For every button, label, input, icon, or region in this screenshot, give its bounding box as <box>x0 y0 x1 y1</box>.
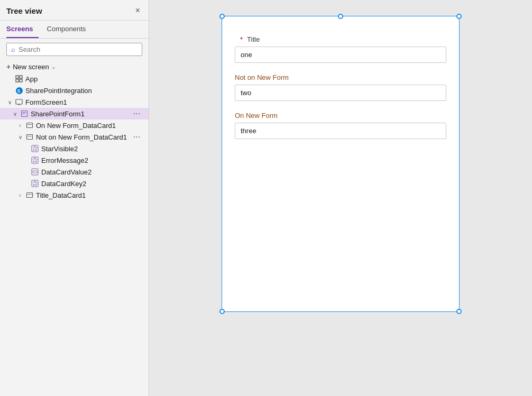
tree-item-datacardvalue2[interactable]: DataCardValue2 <box>0 166 149 178</box>
sidebar: Tree view × Screens Components ⌕ + New s… <box>0 0 149 396</box>
new-screen-button[interactable]: + New screen ⌄ <box>0 60 149 73</box>
tab-screens[interactable]: Screens <box>6 21 39 38</box>
title-label-text: Title <box>247 35 260 43</box>
title-datacard1-expand-icon: › <box>17 192 23 198</box>
sharepointform1-label: SharePointForm1 <box>31 110 129 118</box>
form-field-title: * Title <box>235 29 446 63</box>
svg-rect-0 <box>16 76 19 78</box>
plus-icon: + <box>6 62 11 71</box>
form-field-not-on-new-form: Not on New Form <box>235 73 446 101</box>
title-datacard1-label: Title_DataCard1 <box>36 191 142 199</box>
not-on-new-form-field-label: Not on New Form <box>235 73 446 81</box>
sharepoint-icon: S <box>15 86 23 95</box>
sidebar-header: Tree view × <box>0 0 149 21</box>
on-new-form-datacard1-label: On New Form_DataCard1 <box>36 122 142 130</box>
datacardvalue2-icon <box>31 168 39 176</box>
handle-top-left[interactable] <box>219 14 225 19</box>
tree-item-errormessage2[interactable]: ErrorMessage2 <box>0 154 149 166</box>
on-new-form-expand-icon: › <box>17 123 23 128</box>
chevron-down-icon: ⌄ <box>51 64 56 70</box>
tree-item-formscreen1[interactable]: ∨ FormScreen1 <box>0 96 149 108</box>
sharepoint-integration-label: SharePointIntegration <box>25 87 142 95</box>
tab-components[interactable]: Components <box>47 21 91 38</box>
not-on-new-form-datacard1-label: Not on New Form_DataCard1 <box>36 133 129 141</box>
card-icon-3 <box>25 191 34 199</box>
datacardkey2-icon <box>31 179 39 188</box>
tree-item-title-datacard1[interactable]: › Title_DataCard1 <box>0 189 149 201</box>
card-icon-2 <box>25 133 34 141</box>
handle-top-center[interactable] <box>338 14 343 19</box>
form-icon <box>20 109 29 118</box>
on-new-form-input[interactable] <box>235 123 446 139</box>
title-input[interactable] <box>235 47 446 63</box>
tree-item-starvisible2[interactable]: StarVisible2 <box>0 143 149 154</box>
svg-rect-13 <box>27 135 33 140</box>
svg-rect-2 <box>16 79 19 82</box>
screen-icon <box>15 98 23 106</box>
formscreen1-label: FormScreen1 <box>25 98 142 106</box>
handle-bottom-right[interactable] <box>456 309 462 314</box>
starvisible2-icon <box>31 144 39 153</box>
starvisible2-label: StarVisible2 <box>41 145 142 153</box>
tree-item-datacardkey2[interactable]: DataCardKey2 <box>0 178 149 189</box>
datacardkey2-label: DataCardKey2 <box>41 180 142 188</box>
search-icon: ⌕ <box>11 45 15 53</box>
search-input[interactable] <box>19 45 137 53</box>
search-box-wrapper: ⌕ <box>0 39 149 60</box>
on-new-form-field-label: On New Form <box>235 112 446 119</box>
errormessage2-icon <box>31 156 39 164</box>
formscreen1-expand-icon: ∨ <box>6 99 13 105</box>
not-on-new-form-input[interactable] <box>235 85 446 101</box>
errormessage2-label: ErrorMessage2 <box>41 156 142 164</box>
handle-bottom-left[interactable] <box>219 309 225 314</box>
form-field-on-new-form: On New Form <box>235 112 446 139</box>
search-box: ⌕ <box>6 43 142 56</box>
not-on-new-form-expand-icon: ∨ <box>17 134 23 140</box>
app-label: App <box>25 75 142 83</box>
svg-rect-18 <box>33 171 37 173</box>
form-inner: * Title Not on New Form On New Form <box>222 16 459 162</box>
tree-content: App S SharePointIntegration ∨ FormScreen… <box>0 73 149 396</box>
sidebar-tabs: Screens Components <box>0 21 149 39</box>
svg-rect-11 <box>27 123 33 128</box>
app-icon <box>15 75 23 83</box>
new-screen-label: New screen <box>13 63 49 71</box>
required-star: * <box>240 35 243 43</box>
datacardvalue2-label: DataCardValue2 <box>41 168 142 176</box>
tree-item-on-new-form-datacard1[interactable]: › On New Form_DataCard1 <box>0 119 149 131</box>
title-field-label: * Title <box>240 35 446 43</box>
sidebar-title: Tree view <box>6 6 42 15</box>
close-button[interactable]: × <box>133 5 142 16</box>
form-container[interactable]: * Title Not on New Form On New Form <box>222 16 460 312</box>
svg-rect-6 <box>16 99 22 104</box>
not-on-new-form-more-button[interactable]: ··· <box>131 133 142 141</box>
main-canvas: * Title Not on New Form On New Form <box>149 0 532 396</box>
card-icon-1 <box>25 121 34 130</box>
svg-rect-1 <box>20 76 22 78</box>
sharepointform1-expand-icon: ∨ <box>12 111 18 117</box>
svg-rect-20 <box>27 193 33 198</box>
tree-item-sharepoint-integration[interactable]: S SharePointIntegration <box>0 85 149 96</box>
svg-text:S: S <box>17 88 20 94</box>
handle-top-right[interactable] <box>456 14 462 19</box>
sharepointform1-more-button[interactable]: ··· <box>131 109 142 118</box>
tree-item-app[interactable]: App <box>0 73 149 85</box>
tree-item-not-on-new-form-datacard1[interactable]: ∨ Not on New Form_DataCard1 ··· <box>0 131 149 143</box>
svg-rect-3 <box>20 79 22 82</box>
tree-item-sharepointform1[interactable]: ∨ SharePointForm1 ··· <box>0 108 149 119</box>
